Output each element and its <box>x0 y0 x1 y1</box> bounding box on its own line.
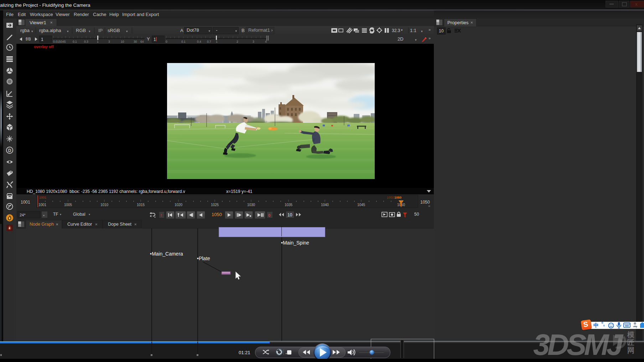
svg-text:1025: 1025 <box>211 203 219 207</box>
svg-text:0.3: 0.3 <box>84 40 88 43</box>
svg-text:0.4: 0.4 <box>197 40 201 43</box>
svg-text:模: 模 <box>627 331 635 339</box>
svg-text:10: 10 <box>121 40 124 43</box>
svg-text:0.1: 0.1 <box>181 40 186 43</box>
svg-text:▾: ▾ <box>401 28 402 32</box>
svg-text:1015: 1015 <box>137 203 145 207</box>
svg-text:1001: 1001 <box>39 196 46 199</box>
svg-text:3: 3 <box>253 40 254 43</box>
svg-text:0.1: 0.1 <box>73 40 77 43</box>
svg-text:2: 2 <box>237 40 238 43</box>
svg-text:1: 1 <box>216 40 218 43</box>
svg-text:30: 30 <box>134 40 137 43</box>
svg-text:0.015045: 0.015045 <box>53 40 66 43</box>
svg-text:64: 64 <box>140 40 144 43</box>
svg-text:1050: 1050 <box>394 196 401 199</box>
svg-text:0: 0 <box>166 40 167 43</box>
svg-text:1005: 1005 <box>64 203 72 207</box>
svg-text:1045: 1045 <box>357 203 365 207</box>
svg-text:1040: 1040 <box>321 203 329 207</box>
svg-text:1: 1 <box>97 40 99 43</box>
svg-text:0.7: 0.7 <box>207 40 211 43</box>
svg-text:匠: 匠 <box>627 339 634 346</box>
svg-text:7: 7 <box>635 325 637 329</box>
svg-text:1035: 1035 <box>285 203 293 207</box>
svg-text:1020: 1020 <box>175 203 183 207</box>
svg-text:1001: 1001 <box>38 203 47 207</box>
svg-text:32.3: 32.3 <box>392 28 400 33</box>
svg-text:网: 网 <box>627 346 634 354</box>
svg-text:1030: 1030 <box>247 203 255 207</box>
svg-text:D: D <box>8 148 11 153</box>
svg-text:4: 4 <box>265 40 267 43</box>
svg-text:1050: 1050 <box>387 196 394 199</box>
svg-text:1010: 1010 <box>100 203 109 207</box>
svg-text:3: 3 <box>108 40 110 43</box>
